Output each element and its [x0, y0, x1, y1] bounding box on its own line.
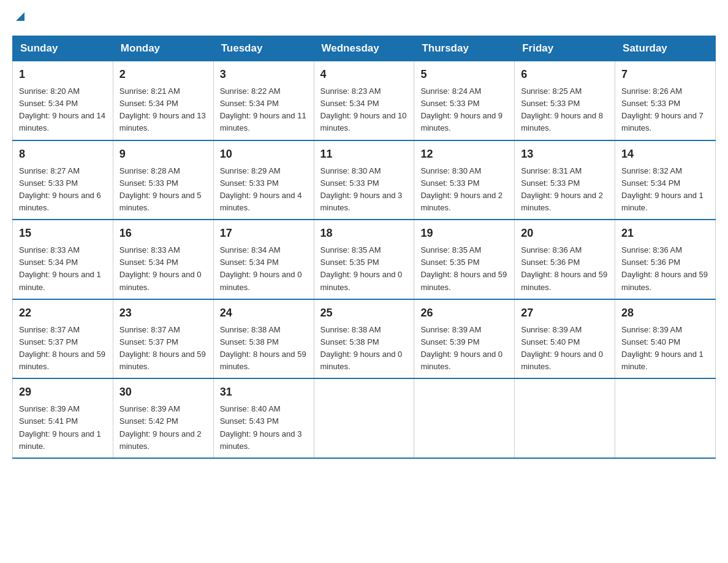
calendar-cell [515, 378, 615, 458]
calendar-cell: 19 Sunrise: 8:35 AMSunset: 5:35 PMDaylig… [414, 220, 515, 299]
day-number: 31 [220, 384, 308, 400]
day-number: 26 [420, 305, 508, 321]
calendar-cell: 13 Sunrise: 8:31 AMSunset: 5:33 PMDaylig… [515, 140, 615, 220]
day-number: 5 [420, 66, 508, 83]
day-number: 27 [521, 305, 609, 321]
day-info: Sunrise: 8:21 AMSunset: 5:34 PMDaylight:… [119, 85, 207, 135]
day-info: Sunrise: 8:30 AMSunset: 5:33 PMDaylight:… [420, 165, 508, 215]
calendar-week-2: 8 Sunrise: 8:27 AMSunset: 5:33 PMDayligh… [13, 140, 716, 220]
calendar-cell: 4 Sunrise: 8:23 AMSunset: 5:34 PMDayligh… [314, 61, 414, 140]
day-info: Sunrise: 8:29 AMSunset: 5:33 PMDaylight:… [220, 165, 308, 215]
column-header-tuesday: Tuesday [213, 36, 314, 61]
day-info: Sunrise: 8:39 AMSunset: 5:41 PMDaylight:… [19, 403, 107, 453]
day-info: Sunrise: 8:32 AMSunset: 5:34 PMDaylight:… [621, 165, 709, 215]
column-header-saturday: Saturday [615, 36, 716, 61]
day-info: Sunrise: 8:38 AMSunset: 5:38 PMDaylight:… [320, 324, 408, 373]
calendar-cell: 17 Sunrise: 8:34 AMSunset: 5:34 PMDaylig… [213, 220, 314, 299]
day-info: Sunrise: 8:36 AMSunset: 5:36 PMDaylight:… [621, 244, 709, 294]
day-number: 29 [19, 384, 107, 400]
day-number: 6 [521, 66, 609, 83]
day-number: 25 [320, 305, 408, 321]
calendar-week-4: 22 Sunrise: 8:37 AMSunset: 5:37 PMDaylig… [13, 299, 716, 379]
day-number: 20 [521, 225, 609, 242]
day-info: Sunrise: 8:39 AMSunset: 5:42 PMDaylight:… [119, 403, 207, 453]
day-info: Sunrise: 8:25 AMSunset: 5:33 PMDaylight:… [521, 85, 609, 135]
day-info: Sunrise: 8:35 AMSunset: 5:35 PMDaylight:… [420, 244, 508, 294]
page-header [12, 12, 716, 23]
day-number: 3 [220, 66, 308, 83]
day-info: Sunrise: 8:20 AMSunset: 5:34 PMDaylight:… [19, 85, 107, 135]
column-header-friday: Friday [515, 36, 615, 61]
day-number: 9 [119, 146, 207, 163]
calendar-table: SundayMondayTuesdayWednesdayThursdayFrid… [12, 36, 716, 459]
day-info: Sunrise: 8:40 AMSunset: 5:43 PMDaylight:… [220, 403, 308, 453]
day-number: 10 [220, 146, 308, 163]
logo [12, 12, 27, 23]
calendar-cell: 24 Sunrise: 8:38 AMSunset: 5:38 PMDaylig… [213, 299, 314, 379]
day-number: 21 [621, 225, 709, 242]
day-info: Sunrise: 8:38 AMSunset: 5:38 PMDaylight:… [220, 324, 308, 373]
day-number: 19 [420, 225, 508, 242]
day-number: 15 [19, 225, 107, 242]
column-header-thursday: Thursday [414, 36, 515, 61]
day-info: Sunrise: 8:30 AMSunset: 5:33 PMDaylight:… [320, 165, 408, 215]
logo-triangle-icon [13, 10, 27, 23]
day-number: 17 [220, 225, 308, 242]
calendar-cell [414, 378, 515, 458]
calendar-cell: 7 Sunrise: 8:26 AMSunset: 5:33 PMDayligh… [615, 61, 716, 140]
calendar-cell: 18 Sunrise: 8:35 AMSunset: 5:35 PMDaylig… [314, 220, 414, 299]
day-info: Sunrise: 8:37 AMSunset: 5:37 PMDaylight:… [119, 324, 207, 373]
calendar-cell: 21 Sunrise: 8:36 AMSunset: 5:36 PMDaylig… [615, 220, 716, 299]
day-number: 11 [320, 146, 408, 163]
day-number: 28 [621, 305, 709, 321]
calendar-cell: 22 Sunrise: 8:37 AMSunset: 5:37 PMDaylig… [13, 299, 113, 379]
calendar-cell: 27 Sunrise: 8:39 AMSunset: 5:40 PMDaylig… [515, 299, 615, 379]
calendar-cell: 29 Sunrise: 8:39 AMSunset: 5:41 PMDaylig… [13, 378, 113, 458]
day-info: Sunrise: 8:26 AMSunset: 5:33 PMDaylight:… [621, 85, 709, 135]
day-number: 8 [19, 146, 107, 163]
calendar-cell: 5 Sunrise: 8:24 AMSunset: 5:33 PMDayligh… [414, 61, 515, 140]
day-info: Sunrise: 8:31 AMSunset: 5:33 PMDaylight:… [521, 165, 609, 215]
calendar-cell: 6 Sunrise: 8:25 AMSunset: 5:33 PMDayligh… [515, 61, 615, 140]
calendar-week-1: 1 Sunrise: 8:20 AMSunset: 5:34 PMDayligh… [13, 61, 716, 140]
day-info: Sunrise: 8:24 AMSunset: 5:33 PMDaylight:… [420, 85, 508, 135]
day-number: 18 [320, 225, 408, 242]
calendar-cell: 1 Sunrise: 8:20 AMSunset: 5:34 PMDayligh… [13, 61, 113, 140]
calendar-cell: 26 Sunrise: 8:39 AMSunset: 5:39 PMDaylig… [414, 299, 515, 379]
calendar-cell: 31 Sunrise: 8:40 AMSunset: 5:43 PMDaylig… [213, 378, 314, 458]
calendar-cell: 23 Sunrise: 8:37 AMSunset: 5:37 PMDaylig… [113, 299, 213, 379]
day-info: Sunrise: 8:39 AMSunset: 5:40 PMDaylight:… [621, 324, 709, 373]
day-info: Sunrise: 8:35 AMSunset: 5:35 PMDaylight:… [320, 244, 408, 294]
column-header-wednesday: Wednesday [314, 36, 414, 61]
calendar-cell: 2 Sunrise: 8:21 AMSunset: 5:34 PMDayligh… [113, 61, 213, 140]
day-number: 4 [320, 66, 408, 83]
calendar-cell: 30 Sunrise: 8:39 AMSunset: 5:42 PMDaylig… [113, 378, 213, 458]
calendar-week-3: 15 Sunrise: 8:33 AMSunset: 5:34 PMDaylig… [13, 220, 716, 299]
calendar-week-5: 29 Sunrise: 8:39 AMSunset: 5:41 PMDaylig… [13, 378, 716, 458]
calendar-cell [314, 378, 414, 458]
column-header-sunday: Sunday [13, 36, 113, 61]
calendar-cell: 25 Sunrise: 8:38 AMSunset: 5:38 PMDaylig… [314, 299, 414, 379]
calendar-cell: 9 Sunrise: 8:28 AMSunset: 5:33 PMDayligh… [113, 140, 213, 220]
day-info: Sunrise: 8:34 AMSunset: 5:34 PMDaylight:… [220, 244, 308, 294]
calendar-cell: 28 Sunrise: 8:39 AMSunset: 5:40 PMDaylig… [615, 299, 716, 379]
day-number: 24 [220, 305, 308, 321]
day-info: Sunrise: 8:39 AMSunset: 5:39 PMDaylight:… [420, 324, 508, 373]
calendar-cell: 12 Sunrise: 8:30 AMSunset: 5:33 PMDaylig… [414, 140, 515, 220]
day-number: 23 [119, 305, 207, 321]
day-info: Sunrise: 8:37 AMSunset: 5:37 PMDaylight:… [19, 324, 107, 373]
day-number: 12 [420, 146, 508, 163]
day-info: Sunrise: 8:36 AMSunset: 5:36 PMDaylight:… [521, 244, 609, 294]
day-number: 22 [19, 305, 107, 321]
calendar-cell [615, 378, 716, 458]
calendar-header-row: SundayMondayTuesdayWednesdayThursdayFrid… [13, 36, 716, 61]
calendar-cell: 3 Sunrise: 8:22 AMSunset: 5:34 PMDayligh… [213, 61, 314, 140]
day-number: 2 [119, 66, 207, 83]
day-info: Sunrise: 8:39 AMSunset: 5:40 PMDaylight:… [521, 324, 609, 373]
day-number: 13 [521, 146, 609, 163]
day-info: Sunrise: 8:27 AMSunset: 5:33 PMDaylight:… [19, 165, 107, 215]
day-info: Sunrise: 8:22 AMSunset: 5:34 PMDaylight:… [220, 85, 308, 135]
calendar-cell: 8 Sunrise: 8:27 AMSunset: 5:33 PMDayligh… [13, 140, 113, 220]
calendar-cell: 20 Sunrise: 8:36 AMSunset: 5:36 PMDaylig… [515, 220, 615, 299]
day-number: 14 [621, 146, 709, 163]
